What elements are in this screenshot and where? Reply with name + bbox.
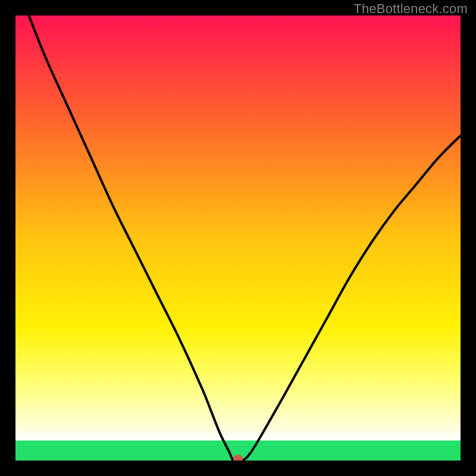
plot-area [15, 15, 461, 461]
gradient-background [15, 15, 461, 461]
chart-svg [15, 15, 461, 461]
frame: TheBottleneck.com [0, 0, 476, 476]
credit-text: TheBottleneck.com [353, 1, 468, 17]
